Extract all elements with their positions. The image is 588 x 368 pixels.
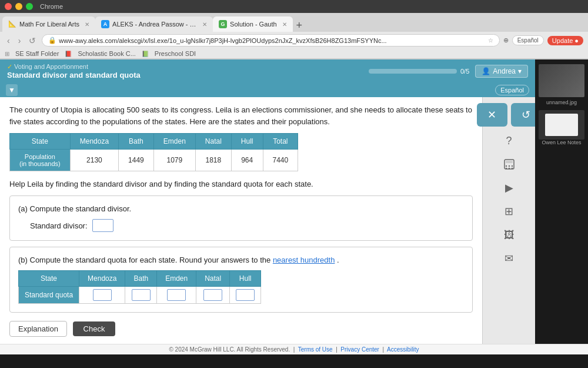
notes-preview <box>545 114 578 136</box>
tab-label-math: Math For Liberal Arts <box>19 21 79 28</box>
close-traffic-light[interactable] <box>5 3 12 10</box>
tab-close-solution[interactable]: ✕ <box>282 21 287 28</box>
col-header-mendoza: Mendoza <box>70 134 118 150</box>
problem-content: The country of Utopia is allocating 500 … <box>0 97 482 344</box>
help-icon[interactable]: ? <box>499 131 520 150</box>
quota-input-emden[interactable] <box>167 289 186 301</box>
collapse-button[interactable]: ▼ <box>6 84 18 96</box>
tab-label-aleks: ALEKS - Andrea Passow - Le... <box>112 21 197 28</box>
bookmark-icon[interactable]: ☆ <box>488 37 493 44</box>
quota-input-hull[interactable] <box>236 289 255 301</box>
browser-actions: ⊕ Español Update ● <box>503 35 583 45</box>
help-text: Help Leila by finding the standard divis… <box>9 180 473 188</box>
photo-label: unnamed.jpg <box>546 100 577 105</box>
lock-icon: 🔒 <box>48 37 56 44</box>
bookmark-icon-scholastic: 📕 <box>65 51 72 57</box>
cell-total-pop: 7440 <box>263 150 298 171</box>
aleks-header: ✓ Voting and Apportionment Standard divi… <box>0 59 535 83</box>
col-header-state: State <box>10 134 71 150</box>
aleks-title: Standard divisor and standard quota <box>7 71 141 79</box>
standard-divisor-row: Standard divisor: <box>18 219 464 232</box>
minimize-traffic-light[interactable] <box>15 3 22 10</box>
tab-icon-solution: G <box>219 20 227 28</box>
footer-privacy-link[interactable]: Privacy Center <box>340 346 379 353</box>
quota-cell-bath <box>125 287 157 304</box>
forward-button[interactable]: › <box>16 35 24 47</box>
mail-icon[interactable]: ✉ <box>499 249 520 268</box>
bookmark-preschool[interactable]: Preschool SDI <box>155 50 196 57</box>
back-button[interactable]: ‹ <box>5 35 12 47</box>
quota-input-mendoza[interactable] <box>93 289 112 301</box>
col-header-bath: Bath <box>119 134 154 150</box>
browser-chrome: 📐 Math For Liberal Arts ✕ A ALEKS - Andr… <box>0 13 588 59</box>
aleks-header-left: ✓ Voting and Apportionment Standard divi… <box>7 63 141 79</box>
row-header-population: Population(in thousands) <box>10 150 71 171</box>
quota-col-natal: Natal <box>196 271 230 287</box>
explanation-button[interactable]: Explanation <box>9 321 67 337</box>
fullscreen-traffic-light[interactable] <box>26 3 33 10</box>
task-box-a: (a) Compute the standard divisor. Standa… <box>9 195 473 241</box>
apps-icon[interactable]: ⊞ <box>5 51 9 57</box>
user-icon: 👤 <box>482 67 490 75</box>
col-header-emden: Emden <box>153 134 195 150</box>
calculator-icon[interactable] <box>499 155 520 174</box>
quota-cell-mendoza <box>79 287 125 304</box>
image-panel: unnamed.jpg Owen Lee Notes <box>535 59 588 344</box>
extensions-icon[interactable]: ⊕ <box>503 37 509 44</box>
col-header-natal: Natal <box>195 134 231 150</box>
tab-aleks[interactable]: A ALEKS - Andrea Passow - Le... ✕ <box>95 16 213 32</box>
svg-point-2 <box>505 165 506 167</box>
cell-mendoza-pop: 2130 <box>70 150 118 171</box>
svg-rect-1 <box>506 161 513 163</box>
right-panel: ✕ ↺ ? ▶ ⊞ <box>482 97 535 344</box>
quota-col-bath: Bath <box>125 271 157 287</box>
close-button[interactable]: ✕ <box>477 103 507 127</box>
title-bar: Chrome <box>0 0 588 13</box>
paused-button[interactable]: Español <box>512 35 544 45</box>
espanol-button[interactable]: Español <box>495 85 529 95</box>
col-header-hull: Hull <box>231 134 263 150</box>
bookmark-scholastic[interactable]: Scholastic Book C... <box>78 50 135 57</box>
new-tab-button[interactable]: + <box>296 19 303 32</box>
tab-icon-aleks: A <box>101 20 109 28</box>
bookmark-se-staff[interactable]: SE Staff Folder <box>15 50 59 57</box>
tab-bar: 📐 Math For Liberal Arts ✕ A ALEKS - Andr… <box>0 13 588 32</box>
grid-icon[interactable]: ⊞ <box>499 202 520 221</box>
footer-terms-link[interactable]: Terms of Use <box>298 346 333 353</box>
notes-label: Owen Lee Notes <box>542 140 581 145</box>
update-button[interactable]: Update ● <box>547 36 583 45</box>
progress-bar-container: 0/5 <box>369 68 469 75</box>
image-icon[interactable]: 🖼 <box>499 226 520 244</box>
svg-point-6 <box>508 168 509 169</box>
footer-accessibility-link[interactable]: Accessibility <box>387 346 419 353</box>
quota-cell-hull <box>230 287 261 304</box>
nearest-hundredth-link[interactable]: nearest hundredth <box>273 256 335 264</box>
quota-col-state: State <box>19 271 79 287</box>
quota-row-header: Standard quota <box>19 287 79 304</box>
bookmark-icon-preschool: 📗 <box>142 51 149 57</box>
quota-input-natal[interactable] <box>203 289 222 301</box>
quota-col-emden: Emden <box>157 271 196 287</box>
notes-thumbnail <box>539 110 584 140</box>
aleks-main: ✓ Voting and Apportionment Standard divi… <box>0 59 535 344</box>
user-button[interactable]: 👤 Andrea ▾ <box>475 65 528 78</box>
footer-copyright: © 2024 McGraw Hill LLC. All Rights Reser… <box>169 346 290 353</box>
col-header-total: Total <box>263 134 298 150</box>
quota-cell-emden <box>157 287 196 304</box>
cell-emden-pop: 1079 <box>153 150 195 171</box>
check-icon: ✓ <box>7 63 12 70</box>
tab-math[interactable]: 📐 Math For Liberal Arts ✕ <box>2 16 95 32</box>
quota-input-bath[interactable] <box>132 289 151 301</box>
tab-icon-math: 📐 <box>8 20 16 28</box>
reload-button[interactable]: ↺ <box>26 35 38 47</box>
progress-text: 0/5 <box>460 68 469 75</box>
check-button[interactable]: Check <box>73 321 116 336</box>
quota-table-row: Standard quota <box>19 287 261 304</box>
tab-close-math[interactable]: ✕ <box>85 21 89 28</box>
url-box[interactable]: 🔒 www-awy.aleks.com/alekscgi/x/lsl.exe/1… <box>42 34 499 47</box>
tab-solution[interactable]: G Solution - Gauth ✕ <box>213 16 293 32</box>
tab-close-aleks[interactable]: ✕ <box>202 21 207 28</box>
play-icon[interactable]: ▶ <box>499 178 520 197</box>
address-bar: ‹ › ↺ 🔒 www-awy.aleks.com/alekscgi/x/lsl… <box>0 32 588 49</box>
standard-divisor-input[interactable] <box>92 219 113 232</box>
